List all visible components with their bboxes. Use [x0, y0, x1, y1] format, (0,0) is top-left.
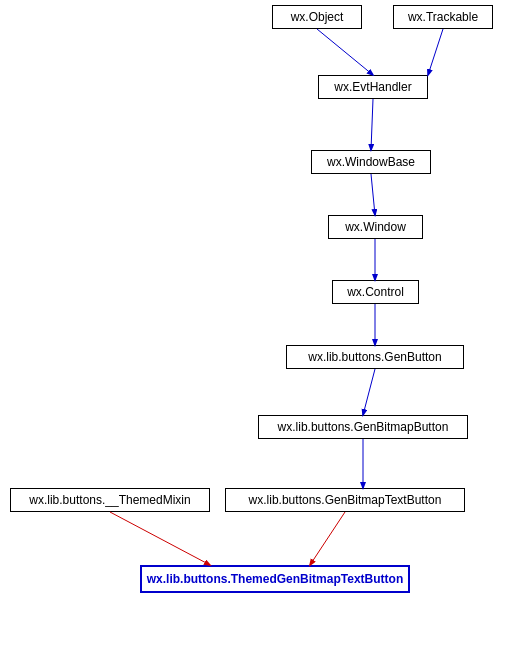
svg-line-6 [363, 369, 375, 415]
node-wx-genbitmaptextbutton[interactable]: wx.lib.buttons.GenBitmapTextButton [225, 488, 465, 512]
svg-line-1 [428, 29, 443, 75]
svg-line-0 [317, 29, 373, 75]
svg-line-3 [371, 174, 375, 215]
node-wx-genbutton[interactable]: wx.lib.buttons.GenButton [286, 345, 464, 369]
node-wx-trackable[interactable]: wx.Trackable [393, 5, 493, 29]
node-wx-evthandler[interactable]: wx.EvtHandler [318, 75, 428, 99]
svg-line-9 [310, 512, 345, 565]
svg-line-2 [371, 99, 373, 150]
diagram-container: wx.Object wx.Trackable wx.EvtHandler wx.… [0, 0, 528, 659]
node-wx-object[interactable]: wx.Object [272, 5, 362, 29]
node-wx-themedmixin[interactable]: wx.lib.buttons.__ThemedMixin [10, 488, 210, 512]
arrows-svg [0, 0, 528, 659]
svg-line-8 [110, 512, 210, 565]
node-wx-control[interactable]: wx.Control [332, 280, 419, 304]
node-wx-themedgenbitmaptextbutton[interactable]: wx.lib.buttons.ThemedGenBitmapTextButton [140, 565, 410, 593]
node-wx-windowbase[interactable]: wx.WindowBase [311, 150, 431, 174]
node-wx-genbitmapbutton[interactable]: wx.lib.buttons.GenBitmapButton [258, 415, 468, 439]
node-wx-window[interactable]: wx.Window [328, 215, 423, 239]
